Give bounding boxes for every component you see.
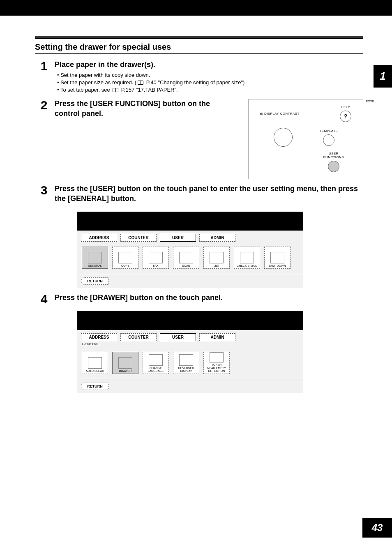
chapter-tab: 1 [374, 65, 392, 88]
general-icon [88, 252, 102, 263]
step-heading: Press the [USER FUNCTIONS] button on the… [55, 99, 236, 118]
fax-icon [149, 252, 163, 263]
touch-header [77, 311, 303, 330]
touch-footer: RETURN [77, 379, 303, 393]
user-functions-button[interactable] [328, 161, 339, 172]
tile-shutdown[interactable]: SHUTDOWN [264, 247, 291, 269]
bullet: To set tab paper, see P.157 "17.TAB PAPE… [57, 87, 363, 93]
touch-footer: RETURN [77, 274, 303, 288]
tile-toner-detect[interactable]: TONER NEAR EMPTY DETECTION [203, 352, 230, 374]
touch-sublabel: GENERAL [77, 342, 303, 348]
touch-tabs: ADDRESS COUNTER USER ADMIN [77, 231, 303, 242]
drawer-icon [118, 357, 132, 369]
tab-admin[interactable]: ADMIN [199, 333, 235, 341]
bullet: Set the paper size as required. ( P.40 "… [57, 79, 363, 85]
email-icon [240, 252, 254, 263]
exte-label: EXTE [366, 99, 374, 103]
bullet: Set the paper with its copy side down. [57, 72, 363, 78]
return-button[interactable]: RETURN [81, 383, 109, 390]
help-label: HELP [341, 105, 350, 109]
rule-thin [35, 36, 363, 37]
tile-scan[interactable]: SCAN [173, 247, 199, 269]
section-title: Setting the drawer for special uses [35, 42, 363, 54]
dial-icon [274, 128, 293, 147]
tab-counter[interactable]: COUNTER [120, 234, 157, 242]
help-button[interactable]: ? [340, 111, 351, 122]
tab-counter[interactable]: COUNTER [120, 333, 157, 341]
return-button[interactable]: RETURN [81, 277, 109, 285]
toner-icon [210, 352, 224, 362]
touch-panel-step3: ADDRESS COUNTER USER ADMIN GENERAL COPY … [77, 212, 303, 288]
tile-list[interactable]: LIST [203, 247, 230, 269]
step-number: 1 [39, 60, 49, 72]
touch-tiles: AUTO CLEAR DRAWER CHANGE LANGUAGE REVERS… [77, 348, 303, 379]
tile-auto-clear[interactable]: AUTO CLEAR [82, 352, 108, 374]
tile-copy[interactable]: COPY [112, 247, 138, 269]
step-number: 3 [39, 184, 49, 196]
page-body: 1 Setting the drawer for special uses 1 … [0, 16, 392, 538]
tab-user[interactable]: USER [160, 234, 196, 242]
reversed-icon [179, 354, 193, 366]
scan-icon [179, 252, 193, 263]
step-3: 3 Press the [USER] button on the touch p… [35, 184, 363, 206]
bullet-ref: P.157 "17.TAB PAPER". [120, 87, 178, 93]
shutdown-icon [270, 252, 284, 263]
tile-change-language[interactable]: CHANGE LANGUAGE [143, 352, 169, 374]
book-icon [138, 81, 143, 85]
control-panel-figure: EXTE ◐ DISPLAY CONTRAST HELP ? TEMPLATE [248, 99, 363, 179]
top-banner [0, 0, 392, 16]
rule-thick [35, 37, 363, 39]
template-button[interactable] [323, 134, 334, 146]
tile-reversed-display[interactable]: REVERSED DISPLAY [173, 352, 199, 374]
step-heading: Press the [DRAWER] button on the touch p… [55, 293, 363, 302]
step-heading: Press the [USER] button on the touch pan… [55, 184, 363, 203]
template-label: TEMPLATE [319, 129, 338, 133]
step-heading: Place paper in the drawer(s). [55, 60, 363, 69]
display-contrast-label: ◐ DISPLAY CONTRAST [260, 112, 300, 115]
tile-check-email[interactable]: CHECK E-MAIL [234, 247, 260, 269]
step-number: 4 [39, 293, 49, 305]
step-4: 4 Press the [DRAWER] button on the touch… [35, 293, 363, 305]
copy-icon [118, 252, 132, 263]
touch-tabs: ADDRESS COUNTER USER ADMIN [77, 330, 303, 342]
tab-admin[interactable]: ADMIN [199, 234, 235, 242]
book-icon [113, 88, 118, 92]
language-icon [149, 354, 163, 366]
autoclear-icon [88, 357, 102, 369]
tile-general[interactable]: GENERAL [82, 247, 108, 269]
page-number: 43 [362, 518, 392, 538]
step-2: 2 Press the [USER FUNCTIONS] button on t… [35, 99, 363, 179]
list-icon [210, 252, 224, 263]
step-number: 2 [39, 99, 49, 111]
tab-address[interactable]: ADDRESS [81, 234, 117, 242]
bullet-ref: P.40 "Changing the setting of paper size… [145, 79, 244, 85]
tile-drawer[interactable]: DRAWER [112, 352, 138, 374]
touch-panel-step4: ADDRESS COUNTER USER ADMIN GENERAL AUTO … [77, 311, 303, 393]
step-1: 1 Place paper in the drawer(s). Set the … [35, 60, 363, 94]
step-1-bullets: Set the paper with its copy side down. S… [55, 72, 363, 93]
bullet-text: Set the paper size as required. ( [60, 79, 136, 85]
touch-tiles: GENERAL COPY FAX SCAN LIST CHECK E-MAIL … [77, 242, 303, 274]
bullet-text: To set tab paper, see [60, 87, 111, 93]
user-functions-label: USER FUNCTIONS [323, 152, 344, 159]
touch-header [77, 212, 303, 231]
tile-fax[interactable]: FAX [143, 247, 169, 269]
tab-user[interactable]: USER [160, 333, 196, 341]
tab-address[interactable]: ADDRESS [81, 333, 117, 341]
